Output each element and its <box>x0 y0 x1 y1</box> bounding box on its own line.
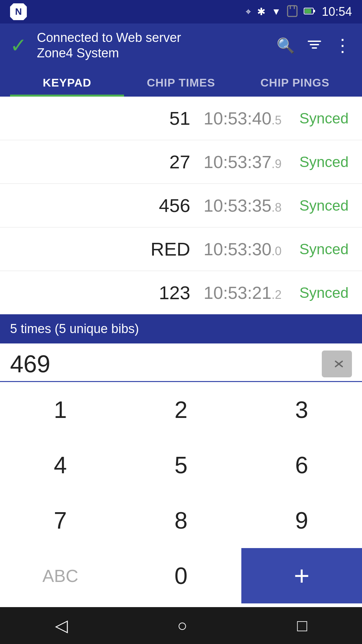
sync-status: Synced <box>295 154 349 170</box>
key-0[interactable]: 0 <box>121 548 241 603</box>
sync-status: Synced <box>295 241 349 258</box>
search-icon[interactable]: 🔍 <box>277 37 295 54</box>
header-subtitle: Zone4 System <box>37 46 277 61</box>
app-logo: N <box>10 3 27 20</box>
tab-chip-times[interactable]: CHIP TIMES <box>124 67 238 97</box>
key-9[interactable]: 9 <box>241 493 362 548</box>
key-abc[interactable]: ABC <box>0 548 121 603</box>
backspace-button[interactable] <box>322 351 352 377</box>
bluetooth-icon: ✱ <box>257 7 265 17</box>
tab-keypad[interactable]: KEYPAD <box>10 67 124 97</box>
chip-time: 10:53:35.8 <box>204 196 282 216</box>
table-row: 51 10:53:40.5 Synced <box>0 97 362 140</box>
key-7[interactable]: 7 <box>0 493 121 548</box>
wifi-icon: ▼ <box>272 7 281 16</box>
bib-number: 27 <box>123 151 190 173</box>
keypad: 1 2 3 4 5 6 7 8 9 ABC 0 + <box>0 382 362 603</box>
bib-number: RED <box>123 238 190 260</box>
table-row: 456 10:53:35.8 Synced <box>0 184 362 227</box>
bib-number: 51 <box>123 107 190 129</box>
recents-button[interactable]: □ <box>297 616 307 635</box>
svg-rect-5 <box>305 9 311 13</box>
key-1[interactable]: 1 <box>0 382 121 437</box>
svg-marker-9 <box>328 358 346 370</box>
nav-bar: ◁ ○ □ <box>0 607 362 644</box>
connection-check-icon: ✓ <box>10 36 27 56</box>
chip-time: 10:53:37.9 <box>204 152 282 172</box>
home-button[interactable]: ○ <box>177 616 187 635</box>
table-row: RED 10:53:30.0 Synced <box>0 227 362 271</box>
bib-number: 456 <box>123 195 190 216</box>
table-row: 27 10:53:37.9 Synced <box>0 140 362 184</box>
keypad-row-1: 1 2 3 <box>0 382 362 437</box>
more-options-icon[interactable]: ⋮ <box>334 42 352 49</box>
table-row: 123 10:53:21.2 Synced <box>0 271 362 314</box>
keypad-row-2: 4 5 6 <box>0 437 362 493</box>
keypad-row-4: ABC 0 + <box>0 548 362 603</box>
status-bar-right: ⌖ ✱ ▼ 10:54 <box>246 5 352 19</box>
tab-chip-pings[interactable]: CHIP PINGS <box>238 67 352 97</box>
key-8[interactable]: 8 <box>121 493 241 548</box>
chip-time: 10:53:30.0 <box>204 239 282 259</box>
bib-number: 123 <box>123 282 190 304</box>
header: ✓ Connected to Web server Zone4 System 🔍… <box>0 23 362 97</box>
sync-status: Synced <box>295 197 349 214</box>
key-5[interactable]: 5 <box>121 437 241 493</box>
back-button[interactable]: ◁ <box>55 616 68 635</box>
battery-icon <box>304 7 316 17</box>
key-2[interactable]: 2 <box>121 382 241 437</box>
svg-rect-4 <box>313 10 315 12</box>
sync-status: Synced <box>295 110 349 127</box>
svg-rect-0 <box>288 6 297 16</box>
summary-text: 5 times (5 unique bibs) <box>10 322 139 336</box>
summary-bar: 5 times (5 unique bibs) <box>0 314 362 343</box>
header-icons: 🔍 ⋮ <box>277 37 352 54</box>
data-list: 51 10:53:40.5 Synced 27 10:53:37.9 Synce… <box>0 97 362 314</box>
key-6[interactable]: 6 <box>241 437 362 493</box>
status-time: 10:54 <box>322 5 352 19</box>
status-bar: N ⌖ ✱ ▼ 10:54 <box>0 0 362 23</box>
key-3[interactable]: 3 <box>241 382 362 437</box>
chip-time: 10:53:21.2 <box>204 283 282 303</box>
status-bar-left: N <box>10 3 27 20</box>
tabs: KEYPAD CHIP TIMES CHIP PINGS <box>10 67 352 97</box>
input-area <box>0 343 362 382</box>
key-4[interactable]: 4 <box>0 437 121 493</box>
keypad-row-3: 7 8 9 <box>0 493 362 548</box>
sync-status: Synced <box>295 284 349 301</box>
chip-time: 10:53:40.5 <box>204 108 282 128</box>
header-title: Connected to Web server <box>37 30 277 46</box>
key-plus[interactable]: + <box>241 548 362 603</box>
location-icon: ⌖ <box>246 7 251 16</box>
header-text: Connected to Web server Zone4 System <box>37 30 277 61</box>
bib-input[interactable] <box>10 350 322 378</box>
filter-icon[interactable] <box>307 37 322 54</box>
sim-icon <box>287 5 298 18</box>
